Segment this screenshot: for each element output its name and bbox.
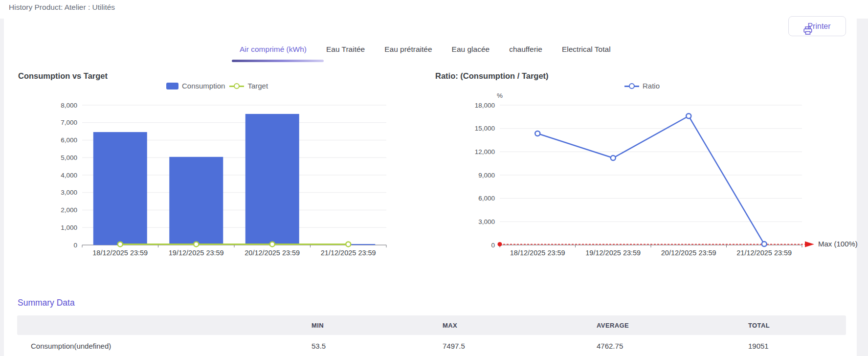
gridlines [500,105,802,222]
svg-text:6,000: 6,000 [478,195,495,202]
svg-text:3,000: 3,000 [478,218,495,225]
active-tab-underline [232,60,324,62]
tab-electrical-total[interactable]: Electrical Total [562,45,611,54]
svg-text:20/12/2025 23:59: 20/12/2025 23:59 [661,249,716,257]
svg-text:19/12/2025 23:59: 19/12/2025 23:59 [169,249,224,257]
tab-air-comprime[interactable]: Air comprimé (kWh) [240,45,307,54]
consumption-vs-target-chart: 01,0002,0003,0004,0005,0006,0007,0008,00… [39,78,401,264]
summary-header-max: MAX [443,322,597,329]
svg-text:21/12/2025 23:59: 21/12/2025 23:59 [321,249,376,257]
svg-text:0: 0 [73,242,77,249]
svg-text:7,000: 7,000 [61,119,77,126]
svg-text:6,000: 6,000 [61,136,77,144]
tab-bar: Air comprimé (kWh) Eau Traitée Eau prétr… [240,45,611,54]
markline-label: Max (100%) [818,240,858,248]
svg-text:4,000: 4,000 [61,172,77,179]
svg-text:18,000: 18,000 [475,102,495,109]
page-background-strip-left [0,19,4,356]
summary-header-min: MIN [312,322,443,329]
x-axis-labels: 18/12/2025 23:5919/12/2025 23:5920/12/20… [92,249,376,257]
tab-eau-pretraitee[interactable]: Eau prétraitée [384,45,432,54]
svg-text:12,000: 12,000 [475,148,495,156]
svg-text:5,000: 5,000 [61,154,77,161]
tab-chaufferie[interactable]: chaufferie [509,45,542,54]
summary-row-min-value: 53.5 [312,342,443,350]
svg-text:0: 0 [491,242,495,249]
markline-start-dot-icon [498,242,502,246]
summary-data-heading: Summary Data [18,298,75,308]
svg-text:9,000: 9,000 [478,172,495,179]
svg-text:15,000: 15,000 [475,125,495,132]
bar-series [93,114,376,245]
y-axis-labels: 01,0002,0003,0004,0005,0006,0007,0008,00… [61,102,77,249]
page-background-strip-right [857,19,868,356]
summary-row-average-value: 4762.75 [597,342,748,350]
svg-text:3,000: 3,000 [61,189,77,196]
markline-arrow-icon [805,241,814,247]
x-axis-ticks [82,245,386,247]
summary-header-average: AVERAGE [597,322,748,329]
ratio-chart: 03,0006,0009,00012,00015,00018,000%18/12… [465,78,856,264]
printer-button[interactable]: Printer [788,16,846,36]
page-title: History Product: Atelier : Utilités [9,3,115,12]
y-axis-labels: 03,0006,0009,00012,00015,00018,000 [475,102,495,249]
y-axis-unit-label: % [497,92,503,99]
svg-text:18/12/2025 23:59: 18/12/2025 23:59 [92,249,148,257]
svg-text:21/12/2025 23:59: 21/12/2025 23:59 [736,249,792,257]
line-series [535,113,767,246]
summary-table: MIN MAX AVERAGE TOTAL Consumption(undefi… [17,315,846,356]
svg-text:8,000: 8,000 [61,102,77,109]
x-axis-labels: 18/12/2025 23:5919/12/2025 23:5920/12/20… [510,249,792,257]
svg-text:20/12/2025 23:59: 20/12/2025 23:59 [245,249,300,257]
svg-text:18/12/2025 23:59: 18/12/2025 23:59 [510,249,565,257]
svg-text:2,000: 2,000 [61,206,77,214]
summary-row-total-value: 19051 [748,342,846,350]
svg-text:19/12/2025 23:59: 19/12/2025 23:59 [585,249,641,257]
table-row: Consumption(undefined) 53.5 7497.5 4762.… [17,335,846,356]
summary-table-header-row: MIN MAX AVERAGE TOTAL [17,315,846,335]
tab-eau-glacee[interactable]: Eau glacée [452,45,490,54]
x-axis-ticks [500,245,802,247]
summary-row-label: Consumption(undefined) [17,342,312,350]
svg-text:1,000: 1,000 [61,224,77,231]
tab-eau-traitee[interactable]: Eau Traitée [326,45,365,54]
summary-header-total: TOTAL [748,322,846,329]
summary-row-max-value: 7497.5 [443,342,597,350]
